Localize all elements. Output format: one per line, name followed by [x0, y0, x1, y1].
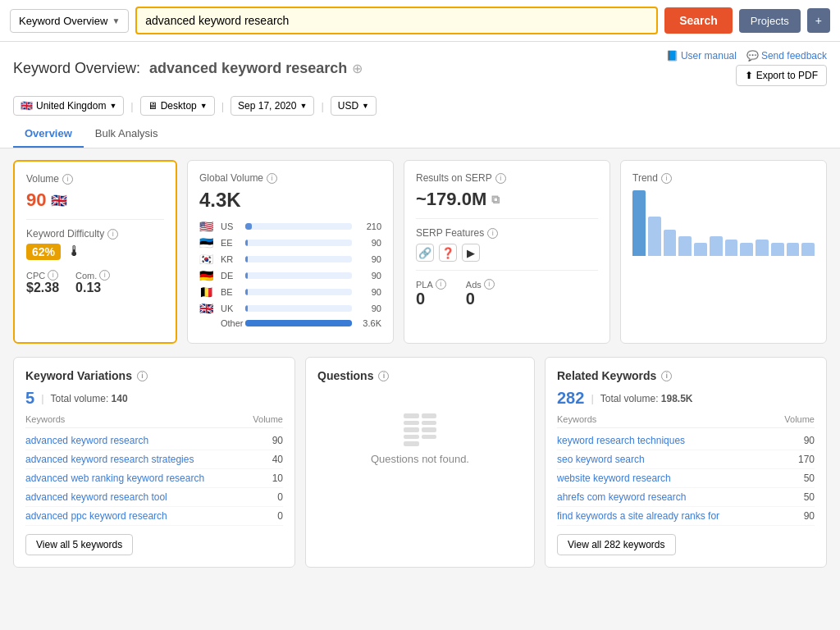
tab-bulk-analysis[interactable]: Bulk Analysis [84, 121, 170, 148]
country-bar-bg [245, 272, 352, 279]
rk-keyword-link[interactable]: ahrefs com keyword research [557, 491, 783, 503]
serp-feature-icons: 🔗 ❓ ▶ [416, 244, 598, 262]
add-project-button[interactable]: + [807, 8, 830, 33]
tool-dropdown[interactable]: Keyword Overview ▼ [10, 9, 129, 33]
ads-info-icon[interactable]: i [484, 279, 495, 290]
country-bar-fill [245, 305, 248, 312]
kd-gauge-icon: 🌡 [67, 243, 82, 260]
kv-volume: 0 [258, 491, 283, 503]
table-row: advanced keyword research tool0 [25, 488, 283, 507]
kv-keyword-link[interactable]: advanced web ranking keyword research [25, 472, 252, 484]
header-top-links: 📘 User manual 💬 Send feedback [666, 50, 827, 62]
export-icon: ⬆ [745, 70, 753, 81]
country-val: 90 [357, 238, 381, 248]
country-flag-icon: 🇧🇪 [199, 285, 216, 299]
trend-bar [694, 243, 707, 256]
projects-button[interactable]: Projects [739, 9, 801, 33]
rk-title: Related Keywords i [557, 369, 815, 382]
kv-count: 5 [25, 389, 34, 408]
question-icon: ❓ [439, 244, 457, 262]
volume-card-title: Volume i [26, 173, 164, 185]
rk-count: 282 [557, 389, 584, 408]
export-pdf-button[interactable]: ⬆ Export to PDF [736, 65, 827, 86]
rk-keyword-link[interactable]: keyword research techniques [557, 435, 783, 446]
currency-dropdown-icon: ▼ [362, 102, 369, 110]
page-title-row: Keyword Overview: advanced keyword resea… [13, 50, 827, 91]
questions-empty-state: Questions not found. [317, 389, 523, 490]
dropdown-arrow-icon: ▼ [112, 16, 120, 25]
currency-filter[interactable]: USD ▼ [331, 96, 377, 116]
volume-info-icon[interactable]: i [62, 174, 73, 185]
kv-keyword-link[interactable]: advanced keyword research [25, 435, 252, 446]
kv-volume: 90 [258, 435, 283, 446]
questions-info-icon[interactable]: i [378, 371, 389, 381]
empty-grid-icon [404, 413, 436, 446]
country-code: US [221, 221, 240, 231]
kv-info-icon[interactable]: i [137, 371, 148, 381]
rk-info-icon[interactable]: i [661, 371, 672, 381]
country-filter[interactable]: 🇬🇧 United Kingdom ▼ [13, 96, 124, 116]
kv-keyword-link[interactable]: advanced keyword research strategies [25, 454, 252, 465]
country-row: 🇩🇪 DE 90 [199, 269, 381, 282]
cpc-info-icon[interactable]: i [48, 270, 58, 281]
topbar: Keyword Overview ▼ Search Projects + [0, 0, 840, 42]
pla-item: PLA i 0 [416, 279, 446, 308]
ads-label: Ads i [466, 279, 495, 290]
trend-chart [632, 190, 815, 256]
tabs-row: Overview Bulk Analysis [13, 121, 827, 148]
rk-keyword-link[interactable]: seo keyword search [557, 454, 783, 465]
kv-table-body: advanced keyword research90advanced keyw… [25, 431, 283, 526]
trend-card: Trend i [620, 160, 827, 344]
serp-copy-icon[interactable]: ⧉ [491, 193, 500, 207]
add-keyword-icon[interactable]: ⊕ [352, 61, 363, 76]
pla-label: PLA i [416, 279, 446, 290]
com-info-icon[interactable]: i [99, 270, 110, 281]
table-row: seo keyword search170 [557, 450, 815, 469]
trend-title: Trend i [632, 172, 815, 184]
send-feedback-link[interactable]: 💬 Send feedback [746, 50, 827, 62]
country-flag-icon: 🇩🇪 [199, 269, 216, 282]
header-right: 📘 User manual 💬 Send feedback ⬆ Export t… [666, 50, 827, 86]
kd-info-icon[interactable]: i [107, 229, 118, 240]
tab-overview[interactable]: Overview [13, 121, 84, 148]
feedback-icon: 💬 [746, 50, 759, 62]
top-cards-row: Volume i 90 🇬🇧 Keyword Difficulty i 62% … [13, 160, 827, 344]
serp-features-info-icon[interactable]: i [487, 228, 498, 239]
view-all-rk-button[interactable]: View all 282 keywords [557, 534, 676, 555]
user-manual-link[interactable]: 📘 User manual [666, 50, 737, 62]
country-bar-bg [245, 305, 352, 312]
volume-card: Volume i 90 🇬🇧 Keyword Difficulty i 62% … [13, 160, 177, 344]
table-row: website keyword research50 [557, 469, 815, 488]
serp-info-icon[interactable]: i [495, 173, 506, 184]
trend-info-icon[interactable]: i [661, 173, 672, 184]
kv-keyword-link[interactable]: advanced keyword research tool [25, 491, 252, 503]
rk-total: Total volume: 198.5K [600, 393, 693, 404]
pla-ads-row: PLA i 0 Ads i 0 [416, 279, 598, 308]
country-val: 90 [357, 254, 381, 264]
trend-bar [648, 217, 661, 256]
country-row: Other 3.6K [199, 318, 381, 328]
rk-keyword-link[interactable]: find keywords a site already ranks for [557, 510, 783, 522]
kv-volume: 40 [258, 454, 283, 465]
global-volume-title: Global Volume i [199, 172, 381, 184]
date-filter[interactable]: Sep 17, 2020 ▼ [231, 96, 314, 116]
page-title-container: Keyword Overview: advanced keyword resea… [13, 60, 363, 77]
pla-info-icon[interactable]: i [436, 279, 446, 290]
view-all-kv-button[interactable]: View all 5 keywords [25, 534, 133, 555]
country-bar-fill [245, 320, 352, 326]
kv-volume: 10 [258, 472, 283, 484]
country-val: 210 [357, 221, 381, 231]
rk-keyword-link[interactable]: website keyword research [557, 472, 783, 484]
search-input[interactable] [135, 7, 658, 34]
device-filter[interactable]: 🖥 Desktop ▼ [140, 96, 215, 116]
serp-features-label: SERP Features i [416, 227, 598, 239]
country-row: 🇪🇪 EE 90 [199, 236, 381, 249]
search-button[interactable]: Search [664, 7, 733, 34]
kd-value-row: 62% 🌡 [26, 243, 164, 260]
cpc-value: $2.38 [26, 281, 59, 295]
cpc-label: CPC i [26, 270, 59, 281]
keyword-variations-card: Keyword Variations i 5 | Total volume: 1… [13, 357, 295, 568]
kv-keyword-link[interactable]: advanced ppc keyword research [25, 510, 252, 522]
pla-value: 0 [416, 290, 446, 308]
global-volume-info-icon[interactable]: i [267, 173, 277, 184]
